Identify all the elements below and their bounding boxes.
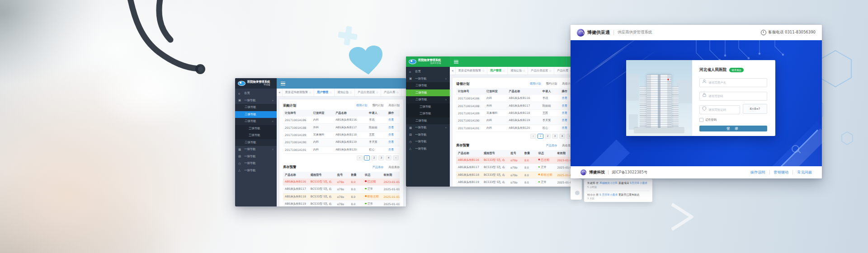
applicant-cell: 李现 bbox=[541, 95, 560, 102]
sidebar-item[interactable]: ⌂ 首页 bbox=[406, 68, 450, 75]
page-button[interactable]: ‹ bbox=[530, 134, 536, 139]
sidebar-item[interactable]: 二级导航 bbox=[406, 89, 450, 97]
page-button[interactable]: 1 bbox=[364, 155, 370, 160]
sidebar-item[interactable]: 三级导航 bbox=[406, 103, 450, 111]
sidebar-item[interactable]: ▣ 一级导航 ∧ bbox=[235, 97, 277, 104]
column-header: 申请人 bbox=[541, 88, 560, 95]
collapse-tabs-icon[interactable] bbox=[277, 89, 283, 96]
light-streak bbox=[573, 45, 629, 85]
username-input[interactable] bbox=[699, 78, 767, 87]
plan-table: 计划单号订货科室产品名称申请人操作 20171001A186 内科 ABS床头柜… bbox=[456, 88, 573, 132]
sidebar-item-icon: △ bbox=[238, 169, 242, 172]
sidebar-item[interactable]: 二级导航 ∧ bbox=[235, 118, 277, 125]
divider bbox=[793, 170, 793, 174]
sidebar-item[interactable]: 二级导航 bbox=[235, 111, 277, 118]
icp-number[interactable]: 冀ICP备13022385号 bbox=[612, 170, 647, 175]
tab[interactable]: 用户管理 bbox=[314, 89, 335, 96]
page-button[interactable]: 4 bbox=[386, 155, 392, 160]
applicant-cell: 王茜 bbox=[367, 131, 387, 138]
view-link[interactable]: 查看 bbox=[387, 146, 400, 153]
collapse-tabs-icon[interactable] bbox=[450, 67, 456, 75]
tab[interactable]: 用户管理 bbox=[487, 67, 508, 75]
user-icon bbox=[702, 79, 707, 84]
plan-type-link[interactable]: 预约计划 bbox=[546, 82, 557, 86]
stock-type-link[interactable]: 高值库存 bbox=[388, 165, 400, 169]
sidebar-item[interactable]: ▦ 一级导航 ∨ bbox=[235, 146, 277, 153]
tab[interactable]: 产品出库 bbox=[381, 89, 401, 96]
sidebar-item[interactable]: 二级导航 bbox=[235, 104, 277, 111]
sidebar-item[interactable]: ▤ 一级导航 bbox=[235, 153, 277, 160]
table-row: ABS床头柜B118 BC533型 5孔 右 o78o 8.0 即将过期 202… bbox=[456, 171, 573, 178]
login-card: 河北省人民医院 请求用品 bbox=[626, 60, 775, 136]
sidebar-item[interactable]: ⌂ 首页 bbox=[235, 90, 277, 97]
sidebar-item[interactable]: ▣ 一级导航 ∧ bbox=[406, 75, 450, 83]
page-button[interactable]: 3 bbox=[552, 134, 558, 139]
sidebar-item[interactable]: ▤ 一级导航 bbox=[406, 131, 450, 139]
menu-toggle-icon[interactable] bbox=[281, 82, 285, 85]
page-button[interactable]: ‹ bbox=[357, 155, 363, 160]
section-title: 请领计划 bbox=[456, 82, 469, 86]
page-button[interactable]: 4 bbox=[559, 134, 565, 139]
dept-cell: 内科 bbox=[311, 146, 334, 153]
plan-type-link[interactable]: 高值计划 bbox=[388, 103, 400, 108]
view-link[interactable]: 查看 bbox=[387, 131, 400, 138]
tab[interactable]: 通知公告 bbox=[508, 67, 528, 75]
footer-link-key[interactable]: 密钥驱动 bbox=[774, 170, 789, 175]
captcha-field-wrap bbox=[699, 104, 740, 114]
tab[interactable]: 通知公告 bbox=[335, 89, 355, 96]
sidebar-item[interactable]: 二级导航 bbox=[406, 82, 450, 89]
partial-card bbox=[571, 179, 582, 200]
page-button[interactable]: 2 bbox=[545, 134, 551, 139]
stethoscope-chestpiece-inner bbox=[198, 67, 203, 72]
view-link[interactable]: 查看 bbox=[387, 117, 400, 124]
shield-icon bbox=[702, 106, 707, 111]
feed-link[interactable]: 风锤精英小分队 bbox=[599, 182, 618, 184]
sidebar-item[interactable]: 二级导航 bbox=[406, 117, 450, 125]
page-button[interactable]: 1 bbox=[538, 134, 543, 139]
tab[interactable]: 产品分类设置 bbox=[528, 67, 554, 75]
sidebar-item[interactable]: ◷ 一级导航 bbox=[406, 138, 450, 145]
stock-type-link[interactable]: 产品库存 bbox=[546, 144, 557, 148]
sidebar-item[interactable]: 三级导航 bbox=[235, 132, 277, 139]
view-link[interactable]: 查看 bbox=[387, 124, 400, 131]
service-phone: 客服电话 0311-83056390 bbox=[761, 30, 816, 35]
sidebar-item[interactable]: △ 一级导航 bbox=[235, 167, 277, 174]
sidebar-item[interactable]: 三级导航 bbox=[406, 110, 450, 117]
status-dot-icon bbox=[538, 181, 540, 183]
qty-cell: 8.0 bbox=[523, 186, 537, 187]
sidebar-item[interactable]: 三级导航 bbox=[235, 125, 277, 132]
footer-link-faq[interactable]: 常见问题 bbox=[797, 170, 812, 175]
stock-type-link[interactable]: 产品库存 bbox=[373, 165, 384, 169]
plan-type-link[interactable]: 领用计划 bbox=[530, 82, 541, 86]
sidebar-item-label: 二级导航 bbox=[245, 112, 256, 117]
sidebar-item[interactable]: 二级导航 ∧ bbox=[406, 96, 450, 103]
login-button[interactable]: 登 录 bbox=[699, 126, 767, 131]
applicant-cell: 李天翼 bbox=[367, 139, 387, 146]
plan-type-link[interactable]: 预约计划 bbox=[373, 103, 384, 108]
sidebar-item-label: 三级导航 bbox=[420, 112, 431, 116]
captcha-question[interactable]: 6+8=? bbox=[743, 104, 767, 114]
sidebar-item[interactable]: △ 一级导航 bbox=[406, 145, 450, 153]
feed-link[interactable]: 5 月日常小需求 bbox=[599, 193, 618, 196]
plan-type-link[interactable]: 领用计划 bbox=[356, 103, 368, 108]
product-cell: ABS床头柜B117 bbox=[507, 102, 541, 109]
page-button[interactable]: 3 bbox=[378, 155, 384, 160]
remember-checkbox[interactable] bbox=[699, 118, 703, 122]
tab[interactable]: 产品分类设置 bbox=[355, 89, 381, 96]
password-input[interactable] bbox=[699, 92, 767, 101]
page-button[interactable]: › bbox=[393, 155, 399, 160]
page-button[interactable]: 2 bbox=[371, 155, 377, 160]
app-subtitle: 管理端 bbox=[247, 84, 270, 86]
tab[interactable]: 资质证件效期预警 bbox=[456, 67, 487, 75]
tab[interactable]: 资质证件效期预警 bbox=[283, 89, 314, 96]
sidebar-item[interactable]: 二级导航 bbox=[235, 139, 277, 146]
feed-link[interactable]: 5月日常小需求 bbox=[630, 182, 647, 184]
sidebar-item[interactable]: ▦ 一级导航 ∨ bbox=[406, 124, 450, 131]
footer-link-help[interactable]: 操作说明 bbox=[750, 170, 765, 175]
sidebar-menu: ⌂ 首页 ▣ 一级导航 ∧ 二级导航 bbox=[406, 67, 450, 187]
spec-cell: BC533型 5孔 右 bbox=[482, 164, 509, 171]
product-cell: ABS床头柜B120 bbox=[334, 146, 367, 153]
sidebar-item[interactable]: ◷ 一级导航 bbox=[235, 160, 277, 167]
menu-toggle-icon[interactable] bbox=[454, 60, 458, 64]
view-link[interactable]: 查看 bbox=[387, 139, 400, 146]
